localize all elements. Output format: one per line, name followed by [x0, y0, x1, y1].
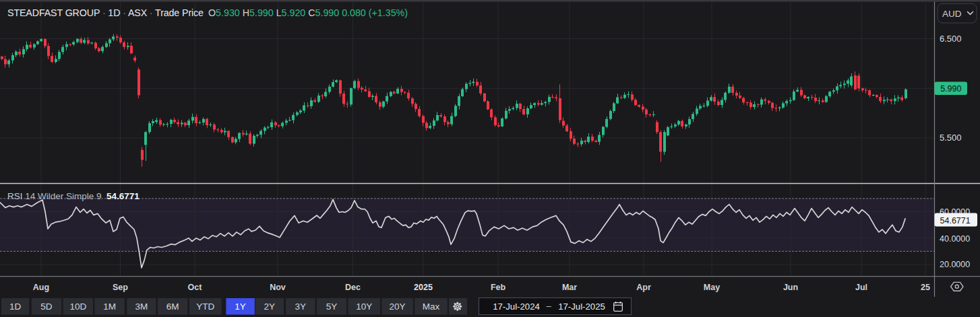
svg-text:17-Jul-2025: 17-Jul-2025: [558, 302, 605, 312]
svg-text:1Y: 1Y: [235, 302, 246, 312]
svg-text:YTD: YTD: [196, 302, 214, 312]
svg-text:5.500: 5.500: [940, 133, 962, 143]
svg-text:10D: 10D: [69, 302, 86, 312]
svg-text:5D: 5D: [40, 302, 53, 312]
svg-text:Dec: Dec: [345, 283, 361, 292]
svg-text:Jul: Jul: [855, 283, 867, 292]
svg-text:1M: 1M: [103, 302, 116, 312]
svg-text:Jun: Jun: [783, 283, 798, 292]
svg-text:–: –: [546, 301, 551, 311]
svg-text:40.0000: 40.0000: [940, 234, 970, 244]
svg-text:17-Jul-2024: 17-Jul-2024: [493, 302, 540, 312]
svg-text:54.6771: 54.6771: [940, 216, 971, 225]
svg-text:May: May: [704, 283, 720, 292]
svg-text:Nov: Nov: [270, 283, 286, 292]
svg-text:25: 25: [921, 283, 930, 292]
svg-text:3M: 3M: [135, 302, 148, 312]
svg-text:Apr: Apr: [636, 283, 651, 292]
svg-text:6.500: 6.500: [940, 34, 962, 44]
svg-text:STEADFAST GROUP · 1D · ASX · T: STEADFAST GROUP · 1D · ASX · Trade Price: [7, 7, 204, 18]
svg-text:10Y: 10Y: [356, 302, 372, 312]
svg-text:Feb: Feb: [491, 283, 506, 292]
svg-text:1D: 1D: [9, 302, 22, 312]
svg-text:2025: 2025: [414, 283, 433, 292]
svg-text:Sep: Sep: [113, 283, 128, 292]
svg-text:RSI 14 Wilder Simple 9 54.677: RSI 14 Wilder Simple 9 54.6771: [7, 191, 140, 201]
svg-text:Mar: Mar: [562, 283, 577, 292]
svg-text:3Y: 3Y: [295, 302, 307, 312]
svg-text:Oct: Oct: [188, 283, 203, 292]
svg-text:O5.930 H5.990 L5.920 C5.990 0.: O5.930 H5.990 L5.920 C5.990 0.080 (+1.35…: [208, 7, 408, 18]
svg-text:Max: Max: [423, 302, 440, 312]
svg-text:5.990: 5.990: [940, 84, 961, 94]
svg-text:AUD: AUD: [942, 9, 962, 19]
svg-text:20Y: 20Y: [390, 302, 406, 312]
svg-text:20.0000: 20.0000: [940, 260, 970, 269]
svg-text:2Y: 2Y: [264, 302, 276, 312]
svg-text:5Y: 5Y: [326, 302, 338, 312]
svg-text:Aug: Aug: [33, 283, 49, 292]
svg-text:6M: 6M: [166, 302, 179, 312]
